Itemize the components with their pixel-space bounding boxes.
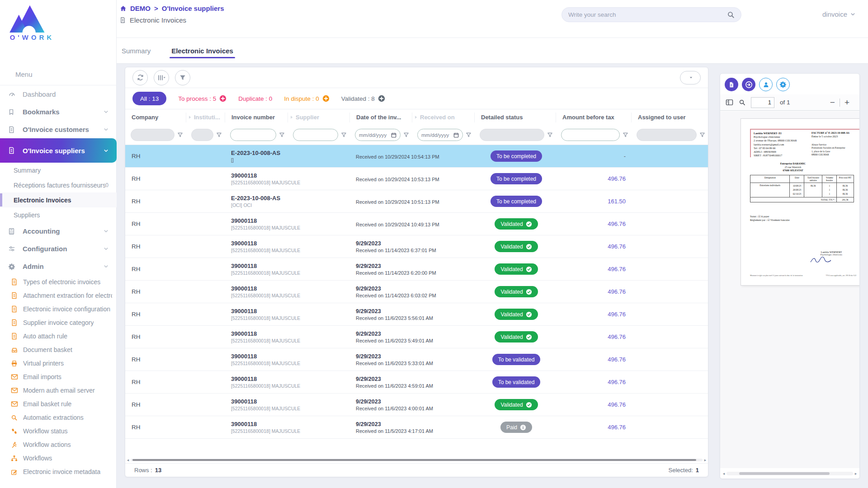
date-filter-input[interactable]: mm/dd/yyyy <box>355 129 401 141</box>
home-icon[interactable] <box>120 5 127 12</box>
amount-link[interactable]: 496.76 <box>608 175 626 182</box>
tab-electronic-invoices[interactable]: Electronic Invoices <box>170 41 235 61</box>
person-action-button[interactable] <box>759 78 773 91</box>
filter-button[interactable] <box>175 70 190 85</box>
funnel-icon[interactable] <box>699 132 705 138</box>
funnel-icon[interactable] <box>216 132 222 138</box>
sidebar-admin-item-email-basket-rule[interactable]: Email basket rule <box>0 397 117 411</box>
status-badge[interactable]: To be completed <box>491 150 542 162</box>
search-input[interactable] <box>568 11 727 18</box>
user-menu[interactable]: dinvoice <box>822 10 855 18</box>
scroll-left-icon[interactable]: ◂ <box>125 457 131 463</box>
funnel-icon[interactable] <box>466 132 472 138</box>
pdf-search-icon[interactable] <box>739 99 745 106</box>
status-badge[interactable]: To be validated <box>492 354 541 365</box>
amount-link[interactable]: 496.76 <box>608 288 626 295</box>
sidebar-admin-item-workflow-actions[interactable]: Workflow actions <box>0 438 117 451</box>
breadcrumb-section[interactable]: O'Invoice suppliers <box>162 5 224 12</box>
funnel-icon[interactable] <box>623 132 628 138</box>
sidebar-item-bookmarks[interactable]: Bookmarks <box>0 103 117 121</box>
text-filter-input[interactable] <box>561 129 620 141</box>
column-header-invoice-number[interactable]: Invoice number <box>225 113 288 122</box>
status-badge[interactable]: Validated <box>495 286 538 297</box>
sidebar-item-o-invoice-customers[interactable]: O'Invoice customers <box>0 121 117 138</box>
calendar-icon[interactable] <box>391 132 396 138</box>
sidebar-subitem-suppliers[interactable]: Suppliers <box>0 207 117 222</box>
sidebar-admin-item-document-basket[interactable]: Document basket <box>0 343 117 357</box>
invoice-row[interactable]: RH39000118[52251165800018] MAJUSCULE9/29… <box>125 326 708 348</box>
status-badge[interactable]: Paid <box>500 422 532 433</box>
amount-link[interactable]: 496.76 <box>608 243 626 250</box>
refresh-button[interactable] <box>132 70 148 85</box>
status-badge[interactable]: Validated <box>495 309 538 320</box>
amount-link[interactable]: 496.76 <box>608 311 626 318</box>
pdf-sidebar-toggle-icon[interactable] <box>726 99 733 106</box>
invoice-row[interactable]: RH39000118[52251165800018] MAJUSCULE9/29… <box>125 371 708 394</box>
sidebar-item-configuration[interactable]: Configuration <box>0 240 117 258</box>
invoice-row[interactable]: RH39000118[52251165800018] MAJUSCULE9/29… <box>125 281 708 303</box>
scrollbar-thumb[interactable] <box>132 459 696 461</box>
plus-circle-icon[interactable] <box>378 95 385 102</box>
invoice-row[interactable]: RHE-2023-10-008-AS[]Received on 10/29/20… <box>125 145 708 168</box>
panel-scrollbar-track[interactable] <box>726 472 853 475</box>
breadcrumb-home[interactable]: DEMO <box>130 5 151 12</box>
column-header-company[interactable]: Company <box>125 113 186 122</box>
sidebar-admin-item-workflow-status[interactable]: Workflow status <box>0 424 117 438</box>
amount-link[interactable]: 496.76 <box>608 356 626 363</box>
text-filter-input[interactable] <box>230 129 276 141</box>
sidebar-subitem-summary[interactable]: Summary <box>0 163 117 178</box>
scroll-right-icon[interactable]: ▸ <box>703 457 708 463</box>
invoice-row[interactable]: RH39000118[52251165800018] MAJUSCULE9/29… <box>125 394 708 416</box>
sidebar-item-admin[interactable]: Admin <box>0 258 117 275</box>
invoice-row[interactable]: RHE-2023-10-008-AS[OCI] OCIReceived on 1… <box>125 190 708 213</box>
invoice-row[interactable]: RH39000118[52251165800018] MAJUSCULERece… <box>125 168 708 190</box>
plus-circle-icon[interactable] <box>322 95 330 102</box>
amount-link[interactable]: 496.76 <box>608 424 626 431</box>
panel-scroll-left-icon[interactable]: ◂ <box>721 471 726 476</box>
column-header-instituti-[interactable]: Instituti... <box>186 113 225 122</box>
expand-column-icon[interactable] <box>290 115 293 120</box>
column-header-received-on[interactable]: Received on <box>412 113 474 122</box>
sidebar-admin-item-email-imports[interactable]: Email imports <box>0 370 117 384</box>
sidebar-admin-item-supplier-invoice-category[interactable]: Supplier invoice category <box>0 316 117 329</box>
sidebar-item-o-invoice-suppliers[interactable]: O'Invoice suppliers <box>0 138 117 163</box>
page-number-input[interactable] <box>751 97 774 108</box>
status-badge[interactable]: To be completed <box>491 196 542 207</box>
arrow-right-circle-action-button[interactable] <box>742 78 755 91</box>
zoom-in-button[interactable]: + <box>840 98 854 107</box>
filter-chip-validated[interactable]: Validated : 8 <box>341 95 385 102</box>
sidebar-item-dashboard[interactable]: Dashboard <box>0 85 117 103</box>
funnel-icon[interactable] <box>279 132 285 138</box>
table-horizontal-scrollbar[interactable]: ◂ ▸ <box>125 457 708 463</box>
sidebar-subitem-electronic-invoices[interactable]: Electronic Invoices <box>0 192 117 207</box>
sidebar-admin-item-attachment-extraction-for-electron[interactable]: Attachment extraction for electron <box>0 289 117 302</box>
amount-link[interactable]: 496.76 <box>608 379 626 385</box>
sidebar-admin-item-modern-auth-email-server[interactable]: Modern auth email server <box>0 384 117 397</box>
filter-chip-duplicate[interactable]: Duplicate : 0 <box>238 95 272 102</box>
invoice-row[interactable]: RH39000118[52251165800018] MAJUSCULERece… <box>125 213 708 235</box>
calendar-icon[interactable] <box>453 132 459 138</box>
expand-column-icon[interactable] <box>188 115 192 120</box>
amount-link[interactable]: 496.76 <box>608 333 626 340</box>
funnel-icon[interactable] <box>177 132 183 138</box>
amount-link[interactable]: 496.76 <box>608 401 626 408</box>
date-filter-input[interactable]: mm/dd/yyyy <box>417 129 463 141</box>
table-settings-button[interactable] <box>680 71 701 84</box>
gear-action-button[interactable] <box>776 78 790 91</box>
tab-summary[interactable]: Summary <box>120 41 152 61</box>
filter-chip-all[interactable]: All : 13 <box>132 92 166 105</box>
sidebar-admin-item-auto-attach-rule[interactable]: Auto attach rule <box>0 329 117 343</box>
sidebar-admin-item-electronic-invoice-metadata[interactable]: Electronic invoice metadata <box>0 465 117 479</box>
panel-scroll-right-icon[interactable]: ▸ <box>853 471 859 476</box>
panel-horizontal-scrollbar[interactable]: ◂ ▸ <box>720 469 859 479</box>
status-badge[interactable]: Validated <box>495 331 538 343</box>
status-badge[interactable]: Validated <box>495 218 538 230</box>
sidebar-admin-item-workflows[interactable]: Workflows <box>0 451 117 465</box>
status-badge[interactable]: Validated <box>495 263 538 275</box>
status-badge[interactable]: To be validated <box>492 376 541 388</box>
amount-link[interactable]: 496.76 <box>608 221 626 227</box>
scrollbar-track[interactable] <box>131 459 703 461</box>
expand-column-icon[interactable] <box>414 115 418 120</box>
invoice-row[interactable]: RH39000118[52251165800018] MAJUSCULE9/29… <box>125 348 708 371</box>
status-badge[interactable]: Validated <box>495 399 538 410</box>
